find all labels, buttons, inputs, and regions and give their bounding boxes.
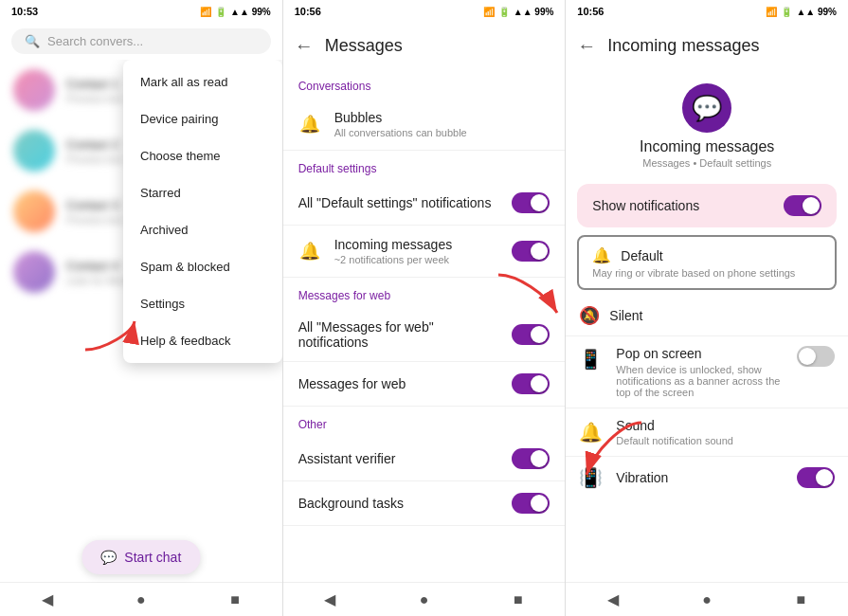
nav-bar-3: ◀ ● ■ (566, 582, 848, 616)
start-chat-label: Start chat (124, 550, 181, 565)
section-conversations: Conversations (283, 68, 566, 99)
incoming-page-title: Incoming messages (607, 36, 759, 56)
incoming-app-icon: 💬 (682, 83, 731, 133)
pop-on-screen-title: Pop on screen (616, 346, 784, 361)
panel-messages-settings: 10:56 📶🔋 ▲▲ 99% ← Messages Conversations… (283, 0, 566, 616)
assistant-verifier-toggle[interactable] (512, 448, 550, 469)
search-bar[interactable]: 🔍 Search convers... (11, 28, 271, 54)
menu-item-starred[interactable]: Starred (123, 174, 282, 211)
time-2: 10:56 (295, 6, 321, 17)
silent-icon: 🔕 (579, 305, 600, 326)
pop-on-screen-toggle[interactable] (797, 346, 835, 367)
pop-on-screen-item[interactable]: 📱 Pop on screen When device is unlocked,… (566, 335, 848, 408)
recents-nav-3[interactable]: ■ (787, 587, 814, 613)
messages-header: ← Messages (283, 23, 566, 68)
menu-item-spam-blocked[interactable]: Spam & blocked (123, 248, 282, 285)
all-web-toggle[interactable] (512, 324, 550, 345)
back-nav-1[interactable]: ◀ (34, 587, 61, 613)
assistant-verifier-title: Assistant verifier (298, 451, 499, 466)
time-1: 10:53 (11, 6, 38, 17)
menu-item-device-pairing[interactable]: Device pairing (123, 100, 282, 137)
status-icons-2: 📶🔋 ▲▲ 99% (483, 7, 554, 17)
bubbles-item[interactable]: 🔔 Bubbles All conversations can bubble (283, 99, 566, 151)
silent-option[interactable]: 🔕 Silent (566, 296, 848, 335)
back-nav-2[interactable]: ◀ (316, 587, 343, 613)
show-notifications-toggle[interactable] (784, 195, 821, 216)
avatar-2 (13, 130, 55, 172)
home-nav-3[interactable]: ● (694, 587, 720, 613)
nav-bar-1: ◀ ● ■ (0, 582, 282, 616)
message-icon: 💬 (692, 94, 722, 123)
search-input[interactable]: Search convers... (47, 34, 143, 48)
start-chat-button[interactable]: 💬 Start chat (81, 540, 200, 574)
panel-conversations: 10:53 📶🔋 ▲▲ 99% 🔍 Search convers... Cont… (0, 0, 282, 616)
panel-incoming-messages: 10:56 📶🔋 ▲▲ 99% ← Incoming messages 💬 In… (566, 0, 848, 616)
back-button-3[interactable]: ← (577, 35, 596, 57)
sound-title: Sound (616, 418, 835, 433)
all-web-item[interactable]: All "Messages for web" notifications (283, 308, 566, 362)
incoming-scroll[interactable]: 💬 Incoming messages Messages • Default s… (566, 68, 848, 582)
default-sound-sub: May ring or vibrate based on phone setti… (592, 267, 821, 279)
messages-for-web-item[interactable]: Messages for web (283, 362, 566, 407)
status-icons-1: 📶🔋 ▲▲ 99% (200, 7, 271, 17)
background-tasks-toggle[interactable] (512, 493, 550, 514)
conversation-list: Contact 1 Preview text Contact 2 Preview… (0, 60, 282, 582)
back-nav-3[interactable]: ◀ (600, 587, 626, 613)
all-default-toggle[interactable] (512, 192, 550, 213)
home-nav-2[interactable]: ● (411, 587, 438, 613)
status-bar-2: 10:56 📶🔋 ▲▲ 99% (283, 0, 566, 23)
incoming-title: Incoming messages (334, 237, 499, 252)
show-notifications-label: Show notifications (592, 198, 699, 213)
time-3: 10:56 (577, 6, 604, 17)
incoming-section-title: Incoming messages (640, 138, 774, 155)
settings-scroll[interactable]: Conversations 🔔 Bubbles All conversation… (283, 68, 566, 582)
context-menu: Mark all as read Device pairing Choose t… (123, 60, 282, 363)
menu-item-settings[interactable]: Settings (123, 285, 282, 322)
vibration-item[interactable]: 📳 Vibration (566, 456, 848, 498)
chat-icon: 💬 (100, 550, 117, 565)
menu-item-help-feedback[interactable]: Help & feedback (123, 322, 282, 359)
vibration-toggle[interactable] (797, 467, 835, 488)
section-default-settings: Default settings (283, 151, 566, 181)
silent-label: Silent (609, 308, 642, 323)
section-web: Messages for web (283, 278, 566, 308)
back-button-2[interactable]: ← (295, 35, 314, 57)
messages-title: Messages (325, 36, 403, 56)
incoming-messages-item[interactable]: 🔔 Incoming messages ~2 notifications per… (283, 226, 566, 278)
sound-icon: 🔔 (579, 421, 603, 444)
sound-item[interactable]: 🔔 Sound Default notification sound (566, 408, 848, 456)
avatar-3 (13, 190, 55, 232)
pop-on-screen-sub: When device is unlocked, show notificati… (616, 364, 784, 398)
status-icons-3: 📶🔋 ▲▲ 99% (766, 7, 837, 17)
sound-sub: Default notification sound (616, 435, 835, 446)
messages-for-web-toggle[interactable] (512, 373, 550, 394)
show-notifications-card[interactable]: Show notifications (577, 184, 837, 227)
background-tasks-title: Background tasks (298, 496, 499, 511)
bell-icon: 🔔 (592, 246, 611, 264)
status-bar-1: 10:53 📶🔋 ▲▲ 99% (0, 0, 282, 23)
incoming-icon: 🔔 (298, 240, 321, 263)
menu-item-archived[interactable]: Archived (123, 211, 282, 248)
background-tasks-item[interactable]: Background tasks (283, 481, 566, 526)
menu-item-choose-theme[interactable]: Choose theme (123, 137, 282, 174)
all-default-item[interactable]: All "Default settings" notifications (283, 181, 566, 226)
incoming-toggle[interactable] (512, 241, 550, 262)
bubbles-sub: All conversations can bubble (334, 127, 550, 138)
avatar-1 (13, 69, 55, 111)
incoming-sub: ~2 notifications per week (334, 254, 499, 265)
home-nav-1[interactable]: ● (128, 587, 154, 613)
menu-item-mark-as-read[interactable]: Mark all as read (123, 63, 282, 100)
incoming-icon-section: 💬 Incoming messages Messages • Default s… (566, 68, 848, 176)
incoming-section-sub: Messages • Default settings (642, 157, 771, 169)
all-default-title: All "Default settings" notifications (298, 195, 499, 210)
assistant-verifier-item[interactable]: Assistant verifier (283, 437, 566, 481)
default-sound-title: Default (621, 248, 662, 263)
recents-nav-2[interactable]: ■ (505, 587, 532, 613)
messages-for-web-title: Messages for web (298, 376, 499, 391)
vibration-title: Vibration (616, 470, 784, 485)
bubbles-icon: 🔔 (298, 113, 321, 136)
incoming-header: ← Incoming messages (566, 23, 848, 68)
bubbles-title: Bubbles (334, 110, 550, 125)
recents-nav-1[interactable]: ■ (222, 587, 248, 613)
default-sound-option[interactable]: 🔔 Default May ring or vibrate based on p… (577, 235, 837, 290)
